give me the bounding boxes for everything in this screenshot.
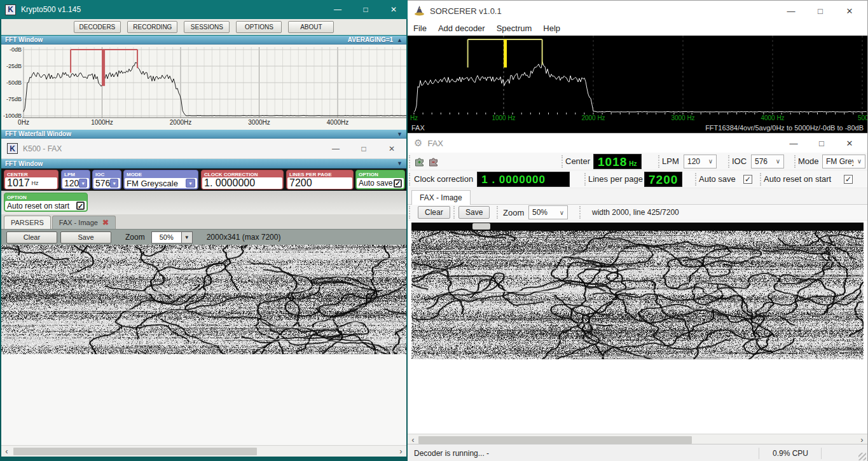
auto-save-checkbox[interactable]: ✓ [394, 179, 402, 188]
mode-dropdown-icon[interactable]: ▼ [186, 179, 195, 188]
fax-maximize-button[interactable]: □ [810, 136, 833, 150]
save-button[interactable]: Save [458, 206, 490, 219]
fax-close-button[interactable]: ✕ [838, 136, 861, 150]
sorcerer-app-icon [414, 6, 425, 17]
fax-image-size-status: 2000x341 (max 7200) [207, 233, 281, 242]
center-label: Center [565, 156, 590, 166]
clock-correction-label: Clock correction [414, 174, 473, 184]
chevron-down-icon: ∨ [776, 158, 780, 165]
add-decoder-icon[interactable] [414, 156, 425, 167]
svg-text:3000Hz: 3000Hz [248, 119, 270, 126]
auto-save-control[interactable]: OPTION Auto save✓ [355, 170, 405, 189]
k500-fax-minimize-button[interactable]: — [327, 142, 345, 156]
auto-reset-checkbox[interactable]: ✓ [76, 202, 85, 210]
save-button[interactable]: Save [60, 231, 111, 244]
svg-text:1000Hz: 1000Hz [91, 119, 113, 126]
zoom-dropdown-icon[interactable]: ▼ [182, 231, 193, 244]
krypto-menubar: DECODERS RECORDING SESSIONS OPTIONS ABOU… [1, 19, 406, 36]
sorcerer-maximize-button[interactable]: □ [809, 4, 832, 18]
menu-file[interactable]: File [408, 24, 432, 33]
sorcerer-fft-spectrum: Hz1000 Hz2000 Hz3000 Hz4000 Hz500 [408, 36, 867, 123]
sorcerer-close-button[interactable]: ✕ [838, 4, 861, 18]
menu-help[interactable]: Help [537, 24, 566, 33]
tab-fax-image[interactable]: FAX - Image✖ [52, 216, 116, 229]
zoom-select[interactable]: 50%∨ [528, 205, 568, 219]
svg-text:-50dB: -50dB [6, 79, 22, 86]
clear-button[interactable]: Clear [6, 231, 57, 244]
mode-control[interactable]: MODE FM Greyscale▼ [123, 170, 198, 189]
mode-select[interactable]: FM Greyscale∨ [822, 155, 865, 169]
svg-text:Hz: Hz [410, 114, 418, 121]
decoders-button[interactable]: DECODERS [74, 21, 121, 33]
ioc-value[interactable]: 576 [95, 178, 110, 188]
fax-toolbar-row2: Clock correction 1 . 0000000 Lines per p… [408, 170, 867, 188]
sorcerer-statusbar: Decoder is running... - 0.9% CPU [408, 444, 867, 461]
svg-text:1000 Hz: 1000 Hz [492, 114, 515, 121]
ioc-control[interactable]: IOC 576▼ [92, 170, 121, 189]
fax-minimize-button[interactable]: — [782, 136, 805, 150]
krypto-minimize-button[interactable]: — [329, 3, 347, 17]
auto-reset-control[interactable]: OPTION Auto reset on start✓ [4, 193, 88, 212]
zoom-select[interactable]: 50% [151, 231, 182, 244]
fax-window-title: FAX [427, 139, 443, 148]
chevron-down-icon: ∨ [857, 158, 862, 165]
clock-correction-display: 1 . 0000000 [477, 172, 570, 187]
sorcerer-minimize-button[interactable]: — [780, 4, 803, 18]
svg-text:-100dB: -100dB [3, 113, 22, 119]
tab-parsers[interactable]: PARSERS [4, 216, 51, 229]
tab-close-icon[interactable]: ✖ [102, 218, 109, 227]
collapse-up-icon[interactable]: ▲ [397, 37, 403, 43]
spectrum-fft-settings: FFT16384/4ovr/5avg/0Hz to 5000Hz/-0dB to… [705, 124, 864, 132]
ioc-dropdown-icon[interactable]: ▼ [110, 179, 118, 188]
ioc-select[interactable]: 576∨ [751, 155, 784, 169]
krypto-maximize-button[interactable]: □ [357, 3, 375, 17]
k500-fax-maximize-button[interactable]: □ [355, 142, 373, 156]
scroll-right-icon[interactable]: › [396, 446, 406, 457]
k500-controls: CENTER 1017Hz LPM 120▼ IOC 576▼ MODE FM … [1, 169, 406, 191]
auto-reset-checkbox[interactable]: ✓ [844, 175, 853, 184]
k500-horizontal-scrollbar[interactable]: ‹ › [1, 445, 406, 457]
lines-per-page-label: Lines per page [588, 174, 643, 184]
about-button[interactable]: ABOUT [288, 21, 334, 33]
lpm-select[interactable]: 120∨ [684, 155, 717, 169]
resize-grip[interactable] [858, 453, 866, 460]
k500-fft-window-header[interactable]: FFT Window ▼ [1, 159, 406, 169]
menu-spectrum[interactable]: Spectrum [491, 24, 538, 33]
lines-per-page-control[interactable]: LINES PER PAGE 7200 [286, 170, 354, 189]
auto-save-checkbox[interactable]: ✓ [743, 175, 752, 184]
zoom-label: Zoom [503, 208, 524, 217]
clock-correction-control[interactable]: CLOCK CORRECTION 1. 0000000 [201, 170, 284, 189]
k500-fax-close-button[interactable]: ✕ [383, 142, 401, 156]
krypto-close-button[interactable]: ✕ [385, 3, 403, 17]
collapse-down-icon[interactable]: ▼ [397, 131, 403, 137]
sorcerer-spectrum-panel[interactable]: Hz1000 Hz2000 Hz3000 Hz4000 Hz500 FAX FF… [408, 36, 867, 133]
scroll-left-icon[interactable]: ‹ [1, 446, 12, 457]
lpm-dropdown-icon[interactable]: ▼ [79, 179, 87, 188]
mode-value[interactable]: FM Greyscale [127, 179, 178, 188]
spectrum-decoder-label: FAX [411, 124, 425, 132]
fft-waterfall-header[interactable]: FFT Waterfall Window ▼ [1, 130, 406, 139]
auto-reset-label: Auto reset on start [7, 202, 69, 210]
clear-button[interactable]: Clear [418, 206, 450, 219]
lpm-value[interactable]: 120 [64, 178, 79, 188]
auto-save-label: Auto save [359, 179, 392, 188]
svg-text:2000Hz: 2000Hz [170, 119, 191, 126]
lpm-control[interactable]: LPM 120▼ [61, 170, 90, 189]
k500-options-row: OPTION Auto reset on start✓ [1, 191, 406, 214]
scrollbar-thumb[interactable] [418, 436, 692, 444]
lines-per-page-value[interactable]: 7200 [289, 177, 312, 189]
center-frequency-control[interactable]: CENTER 1017Hz [4, 170, 59, 189]
sessions-button[interactable]: SESSIONS [184, 21, 230, 33]
sorcerer-fax-window: ⚙ FAX — □ ✕ Center 1018Hz LPM 120∨ [408, 133, 867, 444]
center-value[interactable]: 1017 [7, 177, 30, 189]
scrollbar-thumb[interactable] [13, 448, 257, 455]
recording-button[interactable]: RECORDING [127, 21, 177, 33]
fft-window-header[interactable]: FFT Window AVERAGING=1 ▲ [1, 36, 406, 45]
fax-image-toolbar: Clear Save Zoom 50%∨ width 2000, line 42… [408, 205, 867, 221]
collapse-down-icon[interactable]: ▼ [397, 160, 403, 167]
clock-correction-value[interactable]: 1. 0000000 [204, 177, 255, 189]
options-button[interactable]: OPTIONS [236, 21, 282, 33]
remove-decoder-icon[interactable] [428, 156, 439, 167]
menu-add-decoder[interactable]: Add decoder [432, 24, 491, 33]
tab-fax-image[interactable]: FAX - Image [411, 190, 471, 205]
